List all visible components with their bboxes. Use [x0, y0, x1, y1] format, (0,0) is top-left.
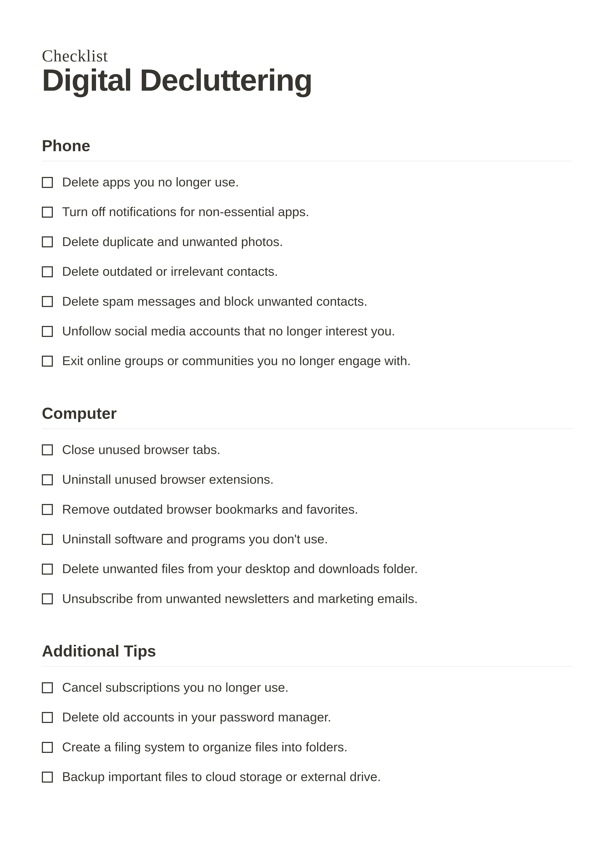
check-item-text: Delete outdated or irrelevant contacts. — [62, 263, 278, 279]
check-item: Delete unwanted files from your desktop … — [42, 560, 572, 577]
check-item: Remove outdated browser bookmarks and fa… — [42, 501, 572, 518]
checkbox-icon[interactable] — [42, 236, 53, 247]
check-item: Delete apps you no longer use. — [42, 174, 572, 190]
checkbox-icon[interactable] — [42, 474, 53, 485]
divider — [42, 666, 572, 666]
section-heading: Additional Tips — [42, 642, 572, 660]
check-item-text: Delete old accounts in your password man… — [62, 709, 331, 725]
checklist: Cancel subscriptions you no longer use. … — [42, 679, 572, 785]
check-item-text: Close unused browser tabs. — [62, 441, 221, 458]
check-item: Delete old accounts in your password man… — [42, 709, 572, 725]
checkbox-icon[interactable] — [42, 742, 53, 753]
check-item-text: Delete unwanted files from your desktop … — [62, 560, 418, 577]
check-item: Uninstall unused browser extensions. — [42, 471, 572, 487]
check-item: Backup important files to cloud storage … — [42, 768, 572, 785]
checkbox-icon[interactable] — [42, 772, 53, 783]
checkbox-icon[interactable] — [42, 534, 53, 545]
section-heading: Phone — [42, 137, 572, 155]
checklist: Close unused browser tabs. Uninstall unu… — [42, 441, 572, 607]
pretitle: Checklist — [42, 46, 572, 65]
section-heading: Computer — [42, 404, 572, 422]
check-item-text: Uninstall unused browser extensions. — [62, 471, 274, 487]
check-item-text: Unsubscribe from unwanted newsletters an… — [62, 590, 418, 607]
checkbox-icon[interactable] — [42, 712, 53, 723]
checkbox-icon[interactable] — [42, 207, 53, 218]
checkbox-icon[interactable] — [42, 296, 53, 307]
check-item: Cancel subscriptions you no longer use. — [42, 679, 572, 696]
check-item: Close unused browser tabs. — [42, 441, 572, 458]
check-item-text: Uninstall software and programs you don'… — [62, 531, 328, 547]
check-item-text: Delete duplicate and unwanted photos. — [62, 233, 283, 250]
check-item-text: Delete spam messages and block unwanted … — [62, 293, 367, 310]
check-item-text: Unfollow social media accounts that no l… — [62, 322, 395, 339]
section-additional-tips: Additional Tips Cancel subscriptions you… — [42, 642, 572, 785]
check-item: Exit online groups or communities you no… — [42, 352, 572, 369]
check-item: Create a filing system to organize files… — [42, 739, 572, 755]
check-item: Unsubscribe from unwanted newsletters an… — [42, 590, 572, 607]
check-item-text: Remove outdated browser bookmarks and fa… — [62, 501, 358, 518]
check-item-text: Create a filing system to organize files… — [62, 739, 348, 755]
section-computer: Computer Close unused browser tabs. Unin… — [42, 404, 572, 607]
check-item: Delete spam messages and block unwanted … — [42, 293, 572, 310]
check-item-text: Delete apps you no longer use. — [62, 174, 239, 190]
checkbox-icon[interactable] — [42, 682, 53, 693]
check-item-text: Exit online groups or communities you no… — [62, 352, 411, 369]
divider — [42, 161, 572, 161]
checkbox-icon[interactable] — [42, 593, 53, 604]
check-item: Delete outdated or irrelevant contacts. — [42, 263, 572, 279]
checkbox-icon[interactable] — [42, 177, 53, 188]
check-item-text: Turn off notifications for non-essential… — [62, 203, 309, 220]
check-item: Delete duplicate and unwanted photos. — [42, 233, 572, 250]
checkbox-icon[interactable] — [42, 564, 53, 575]
checkbox-icon[interactable] — [42, 444, 53, 455]
section-phone: Phone Delete apps you no longer use. Tur… — [42, 137, 572, 369]
check-item: Turn off notifications for non-essential… — [42, 203, 572, 220]
check-item: Uninstall software and programs you don'… — [42, 531, 572, 547]
check-item-text: Cancel subscriptions you no longer use. — [62, 679, 289, 696]
checkbox-icon[interactable] — [42, 266, 53, 277]
check-item: Unfollow social media accounts that no l… — [42, 322, 572, 339]
checkbox-icon[interactable] — [42, 356, 53, 367]
check-item-text: Backup important files to cloud storage … — [62, 768, 381, 785]
page-title: Digital Decluttering — [42, 63, 572, 97]
checkbox-icon[interactable] — [42, 504, 53, 515]
checkbox-icon[interactable] — [42, 326, 53, 337]
divider — [42, 428, 572, 429]
checklist: Delete apps you no longer use. Turn off … — [42, 174, 572, 369]
